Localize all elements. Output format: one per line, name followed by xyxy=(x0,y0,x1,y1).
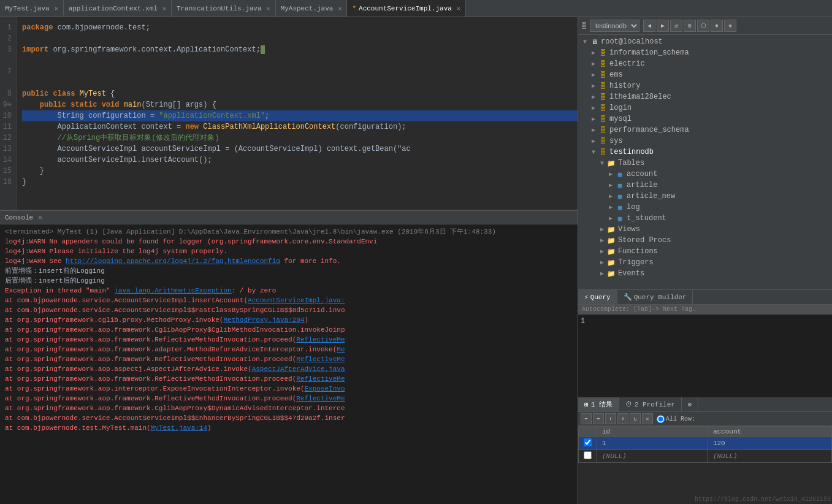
tree-item-functions[interactable]: ▶📁Functions xyxy=(578,246,832,257)
tab-accountservice[interactable]: * AccountServiceImpl.java ✕ xyxy=(347,0,465,17)
tab-close[interactable]: ✕ xyxy=(162,5,166,12)
tree-item-triggers[interactable]: ▶📁Triggers xyxy=(578,257,832,268)
tab-modified-indicator: * xyxy=(352,5,356,12)
tree-item-testinnodb[interactable]: ▼🗄testinnodb xyxy=(578,147,832,158)
tab-label: AccountServiceImpl.java xyxy=(359,5,452,12)
result-tab-2[interactable]: ⏱ 2 Profiler xyxy=(619,397,682,411)
tab-mytest[interactable]: MyTest.java ✕ xyxy=(0,0,64,17)
console-header: Console ✕ xyxy=(0,211,578,224)
stack-link-4[interactable]: Me xyxy=(337,346,345,353)
code-line: accountServiceImpl.insertAccount(); xyxy=(22,155,578,166)
db-select[interactable]: testinnodb xyxy=(590,20,639,32)
stack-link-1[interactable]: AccountServiceImpl.java: xyxy=(248,297,345,304)
query-editor[interactable]: 1 xyxy=(578,315,832,397)
tree-item-info[interactable]: ▶🗄information_schema xyxy=(578,47,832,58)
result-tab-1[interactable]: ⊞ 1 结果 xyxy=(578,397,619,411)
stack-link-7[interactable]: ReflectiveMe xyxy=(296,375,345,383)
tab-bar: MyTest.java ✕ applicationContext.xml ✕ T… xyxy=(0,0,832,17)
table-row[interactable]: (NULL) (NULL) xyxy=(579,450,832,463)
db-icon: 🗄 xyxy=(598,147,608,157)
db-btn-refresh[interactable]: ↺ xyxy=(670,20,682,32)
console-area: Console ✕ <terminated> MyTest (1) [Java … xyxy=(0,210,578,504)
expander: ▶ xyxy=(598,237,606,244)
folder-icon: 📁 xyxy=(606,235,616,245)
tab-label: TranscationUtils.java xyxy=(177,5,262,12)
tree-item-log[interactable]: ▶▦log xyxy=(578,202,832,213)
db-btn-forward[interactable]: ▶ xyxy=(657,20,669,32)
expander: ▶ xyxy=(589,82,598,90)
result-tab-3[interactable]: ⊛ xyxy=(682,397,699,411)
tree-item-article-new[interactable]: ▶▦article_new xyxy=(578,191,832,202)
stack-link-10[interactable]: MyTest.java:14 xyxy=(151,424,207,432)
db-btn-back[interactable]: ◀ xyxy=(643,20,655,32)
qb-icon: 🔧 xyxy=(624,293,632,301)
db-btn-schema[interactable]: ♦ xyxy=(711,20,723,32)
tree-item-t-student[interactable]: ▶▦t_student xyxy=(578,213,832,224)
tree-item-history[interactable]: ▶🗄history xyxy=(578,80,832,91)
tree-item-sys[interactable]: ▶🗄sys xyxy=(578,136,832,147)
autocomplete-bar: Autocomplete: [Tab]-> Next Tag. xyxy=(578,305,832,315)
expander: ▶ xyxy=(598,270,606,277)
tab-myaspect[interactable]: MyAspect.java ✕ xyxy=(276,0,348,17)
tree-item-stored-procs[interactable]: ▶📁Stored Procs xyxy=(578,235,832,246)
all-rows-radio[interactable] xyxy=(657,415,665,423)
db-btn-connect[interactable]: ⬡ xyxy=(697,20,709,32)
stack-7: at org.springframework.aop.framework.Ref… xyxy=(5,354,573,364)
tree-expander: ▼ xyxy=(581,39,589,45)
tree-item-perf[interactable]: ▶🗄performance_schema xyxy=(578,124,832,136)
tree-item-electric[interactable]: ▶🗄electric xyxy=(578,58,832,69)
tree-item-mysql[interactable]: ▶🗄mysql xyxy=(578,113,832,124)
tab-label: Query xyxy=(590,294,611,301)
tree-item-views[interactable]: ▶📁Views xyxy=(578,224,832,235)
tree-label: testinnodb xyxy=(609,148,654,156)
tab-query[interactable]: ⚡ Query xyxy=(578,290,617,304)
tree-item-tables-folder[interactable]: ▼📁Tables xyxy=(578,158,832,169)
result-btn-5[interactable]: ↻ xyxy=(630,413,641,424)
right-top: ▼ 🖥 root@localhost ▶🗄information_schema … xyxy=(578,35,832,289)
stack-link-5[interactable]: ReflectiveMe xyxy=(296,356,345,363)
row-select-checkbox[interactable] xyxy=(584,438,592,446)
tree-item-itheima[interactable]: ▶🗄itheima128elec xyxy=(578,91,832,102)
result-btn-3[interactable]: ⬆ xyxy=(605,413,616,424)
tab-transcation[interactable]: TranscationUtils.java ✕ xyxy=(172,0,276,17)
tab-close[interactable]: ✕ xyxy=(457,5,460,12)
tab-close[interactable]: ✕ xyxy=(55,5,58,12)
tab-close[interactable]: ✕ xyxy=(267,5,270,12)
stack-link-8[interactable]: ExposeInvo xyxy=(304,385,345,392)
tree-item-account[interactable]: ▶▦account xyxy=(578,169,832,180)
result-btn-1[interactable]: ⬅ xyxy=(581,413,592,424)
row-select-checkbox[interactable] xyxy=(584,451,592,459)
tree-root[interactable]: ▼ 🖥 root@localhost xyxy=(578,36,832,47)
db-icon: 🗄 xyxy=(598,114,608,124)
tab-query-builder[interactable]: 🔧 Query Builder xyxy=(617,290,693,304)
result-btn-6[interactable]: ✕ xyxy=(642,413,653,424)
exception-link[interactable]: java.lang.ArithmeticException xyxy=(114,287,231,294)
stack-link-9[interactable]: ReflectiveMe xyxy=(296,395,345,402)
console-exception: Exception in thread "main" java.lang.Ari… xyxy=(5,286,573,296)
tree-item-article[interactable]: ▶▦article xyxy=(578,180,832,191)
result-btn-2[interactable]: ➡ xyxy=(593,413,604,424)
all-rows-text: All Row: xyxy=(666,416,695,422)
tree-label: Triggers xyxy=(618,258,654,267)
tree-label: Tables xyxy=(618,159,644,167)
stack-link-6[interactable]: AspectJAfterAdvice.java xyxy=(252,365,345,373)
tab-appcontext[interactable]: applicationContext.xml ✕ xyxy=(64,0,172,17)
profiler-icon: ⏱ xyxy=(625,400,632,408)
stack-4: at org.springframework.aop.framework.Cgl… xyxy=(5,325,573,335)
tree-item-events[interactable]: ▶📁Events xyxy=(578,268,832,279)
tab-close[interactable]: ✕ xyxy=(338,5,342,12)
stack-link-2[interactable]: MethodProxy.java:204 xyxy=(223,316,304,324)
db-btn-more[interactable]: ❖ xyxy=(724,20,736,32)
db-icon: 🗄 xyxy=(598,81,608,91)
log4j-link[interactable]: http://logging.apache.org/log4j/1.2/faq.… xyxy=(66,258,280,265)
tree-item-login[interactable]: ▶🗄login xyxy=(578,102,832,113)
stack-link-3[interactable]: ReflectiveMe xyxy=(296,336,345,343)
table-row[interactable]: 1 120 xyxy=(579,437,832,450)
tree-label: article xyxy=(627,181,657,189)
db-btn-settings[interactable]: ⚙ xyxy=(684,20,696,32)
tree-label: Views xyxy=(618,225,640,234)
result-btn-4[interactable]: ⬇ xyxy=(617,413,628,424)
console-close[interactable]: ✕ xyxy=(38,213,42,221)
tree-item-ems[interactable]: ▶🗄ems xyxy=(578,69,832,80)
stack-11: at org.springframework.aop.framework.Ref… xyxy=(5,394,573,403)
